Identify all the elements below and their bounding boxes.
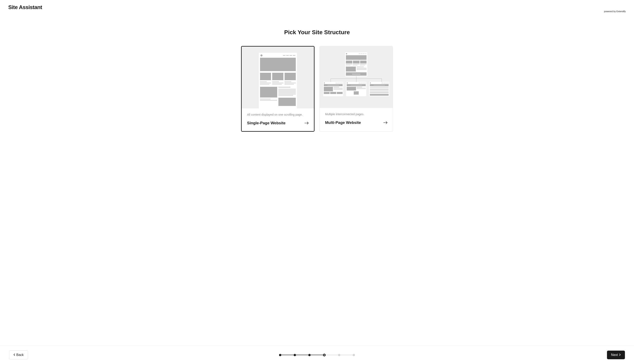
brand-subtitle: powered by Extendify [8, 10, 626, 12]
step-dot-5 [338, 354, 340, 356]
step-dot-3 [308, 354, 311, 356]
option-single-page[interactable]: All content displayed on one scrolling p… [241, 46, 315, 132]
step-segment [340, 355, 353, 355]
single-page-preview [242, 46, 314, 108]
step-segment [281, 355, 294, 355]
option-description: Multiple interconnected pages. [325, 112, 387, 116]
option-description: All content displayed on one scrolling p… [247, 113, 309, 116]
option-title: Multi-Page Website [325, 120, 361, 125]
back-button[interactable]: Back [9, 350, 28, 360]
step-dot-2 [294, 354, 296, 356]
step-segment [326, 355, 338, 355]
app-header: Site Assistant powered by Extendify [0, 0, 634, 17]
multi-page-preview [320, 46, 393, 108]
step-segment [311, 355, 323, 355]
option-title: Single-Page Website [247, 121, 286, 125]
brand-title: Site Assistant [8, 4, 626, 10]
step-segment [296, 355, 308, 355]
step-dot-6 [353, 354, 355, 356]
progress-stepper [279, 354, 355, 356]
next-label: Next [611, 353, 618, 357]
step-dot-4-current [323, 354, 326, 356]
arrow-right-icon [304, 122, 309, 124]
wizard-footer: Back Next [0, 346, 634, 364]
step-dot-1 [279, 354, 281, 356]
next-button[interactable]: Next [607, 350, 625, 359]
brand-logo: Site Assistant powered by Extendify [8, 4, 626, 12]
structure-options: All content displayed on one scrolling p… [241, 46, 393, 132]
chevron-left-icon [14, 353, 16, 357]
option-multi-page[interactable]: Multiple interconnected pages. Multi-Pag… [319, 46, 393, 132]
arrow-right-icon [383, 121, 387, 124]
main-content: Pick Your Site Structure [0, 17, 634, 346]
page-title: Pick Your Site Structure [284, 29, 350, 36]
chevron-right-icon [619, 353, 621, 357]
back-label: Back [16, 353, 24, 357]
